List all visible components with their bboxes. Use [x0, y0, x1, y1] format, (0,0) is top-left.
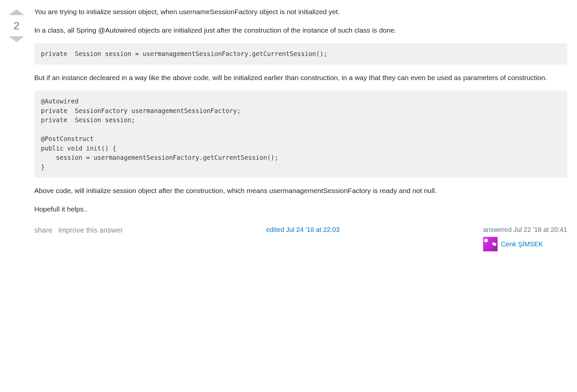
- author-signature: answered Jul 22 '18 at 20:41 Cenk ŞİMSEK: [483, 226, 567, 251]
- post-content: You are trying to initialize session obj…: [34, 7, 567, 251]
- answer-post: 2 You are trying to initialize session o…: [7, 7, 567, 251]
- improve-answer-link[interactable]: improve this answer: [58, 226, 123, 235]
- vote-controls: 2: [7, 7, 26, 251]
- share-link[interactable]: share: [34, 226, 52, 235]
- user-details: Cenk ŞİMSEK: [483, 237, 543, 251]
- paragraph: In a class, all Spring @Autowired object…: [34, 25, 567, 36]
- code-block: @Autowired private SessionFactory userma…: [34, 91, 567, 178]
- upvote-button[interactable]: [9, 9, 24, 15]
- post-body: You are trying to initialize session obj…: [34, 7, 567, 214]
- answered-time: answered Jul 22 '18 at 20:41: [483, 226, 567, 234]
- avatar[interactable]: [483, 237, 498, 251]
- paragraph: You are trying to initialize session obj…: [34, 7, 567, 17]
- paragraph: Hopefull it helps..: [34, 204, 567, 214]
- downvote-button[interactable]: [9, 36, 24, 42]
- author-name-link[interactable]: Cenk ŞİMSEK: [501, 240, 543, 248]
- vote-count: 2: [14, 20, 19, 31]
- action-links: share improve this answer: [34, 226, 123, 235]
- post-menu: share improve this answer edited Jul 24 …: [34, 226, 567, 251]
- code-block: private Session session = usermanagement…: [34, 43, 567, 65]
- paragraph: Above code, will initialize session obje…: [34, 185, 567, 196]
- edit-info[interactable]: edited Jul 24 '18 at 22:03: [266, 226, 340, 234]
- paragraph: But if an instance decleared in a way li…: [34, 72, 567, 83]
